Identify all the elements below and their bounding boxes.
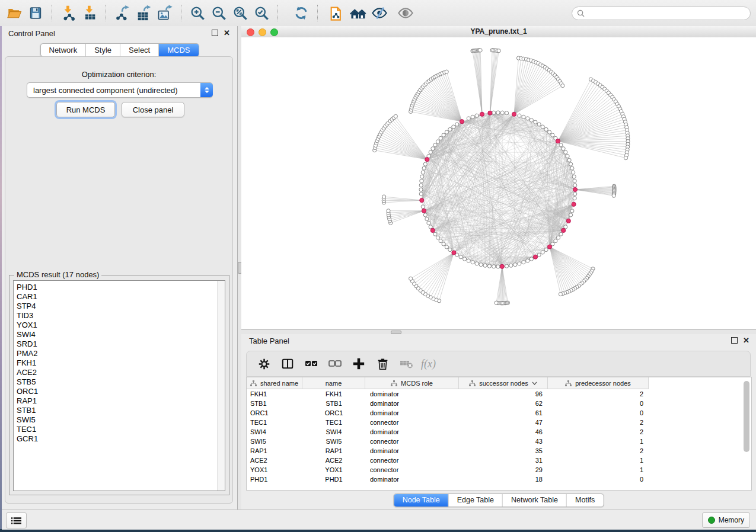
select-all-rows-icon[interactable]: [301, 355, 321, 373]
table-cell[interactable]: 96: [459, 390, 548, 398]
table-cell[interactable]: FKH1: [247, 390, 302, 398]
table-cell[interactable]: 61: [459, 409, 548, 416]
table-cell[interactable]: SWI4: [302, 428, 365, 435]
table-cell[interactable]: 2: [548, 390, 649, 398]
table-cell[interactable]: dominator: [365, 476, 459, 483]
table-row[interactable]: ORC1ORC1dominator610: [247, 408, 751, 418]
table-options-icon[interactable]: [254, 355, 274, 373]
table-cell[interactable]: connector: [365, 466, 459, 473]
refresh-icon[interactable]: [292, 4, 311, 23]
mcds-result-item[interactable]: RAP1: [14, 396, 217, 406]
delete-table-icon[interactable]: [396, 355, 416, 373]
optimization-criterion-select[interactable]: largest connected component (undirected): [27, 82, 213, 98]
export-network-icon[interactable]: [113, 4, 132, 23]
open-session-icon[interactable]: [5, 4, 24, 23]
function-builder-icon[interactable]: f(x): [421, 358, 436, 370]
network-window-titlebar[interactable]: YPA_prune.txt_1: [241, 26, 756, 38]
import-table-icon[interactable]: [80, 4, 99, 23]
memory-button[interactable]: Memory: [702, 512, 750, 528]
close-panel-button[interactable]: Close panel: [122, 102, 184, 117]
mcds-result-item[interactable]: TID3: [14, 311, 217, 321]
table-cell[interactable]: YOX1: [247, 466, 302, 473]
column-header-name[interactable]: name: [302, 377, 365, 389]
close-window-button[interactable]: ✕: [743, 338, 749, 344]
mcds-result-item[interactable]: STP4: [14, 302, 217, 311]
tab-style[interactable]: Style: [86, 44, 120, 56]
mcds-result-list[interactable]: PHD1CAR1STP4TID3YOX1SWI4SRD1PMA2FKH1ACE2…: [13, 280, 225, 491]
export-table-icon[interactable]: [134, 4, 153, 23]
column-header-successor-nodes[interactable]: successor nodes: [459, 377, 548, 389]
deselect-all-rows-icon[interactable]: [325, 355, 345, 373]
table-cell[interactable]: 0: [548, 400, 649, 407]
table-cell[interactable]: connector: [365, 438, 459, 445]
table-cell[interactable]: SWI4: [247, 428, 302, 435]
network-from-file-icon[interactable]: [327, 4, 346, 23]
table-cell[interactable]: 1: [548, 457, 649, 464]
search-box[interactable]: [572, 7, 751, 20]
toggle-bird-eye-view-icon[interactable]: [396, 4, 415, 23]
table-cell[interactable]: ACE2: [302, 457, 365, 464]
table-cell[interactable]: FKH1: [302, 390, 365, 398]
mcds-result-item[interactable]: GCR1: [14, 434, 217, 444]
import-network-icon[interactable]: [59, 4, 78, 23]
table-cell[interactable]: 0: [548, 476, 649, 483]
table-row[interactable]: SWI4SWI4dominator462: [247, 427, 751, 437]
run-mcds-button[interactable]: Run MCDS: [56, 102, 115, 117]
table-cell[interactable]: 35: [459, 447, 548, 454]
mcds-result-item[interactable]: STB5: [14, 377, 217, 387]
table-cell[interactable]: SWI5: [302, 438, 365, 445]
table-cell[interactable]: YOX1: [302, 466, 365, 473]
mcds-result-item[interactable]: STB1: [14, 406, 217, 415]
column-header-MCDS-role[interactable]: MCDS role: [365, 377, 459, 389]
tab-mcds[interactable]: MCDS: [159, 44, 198, 56]
table-cell[interactable]: 0: [548, 409, 649, 416]
table-row[interactable]: STB1STB1dominator620: [247, 399, 751, 408]
table-cell[interactable]: dominator: [365, 409, 459, 416]
table-cell[interactable]: connector: [365, 419, 459, 426]
table-cell[interactable]: dominator: [365, 400, 459, 407]
add-column-icon[interactable]: [349, 355, 369, 373]
table-cell[interactable]: 1: [548, 466, 649, 473]
mcds-result-item[interactable]: ORC1: [14, 387, 217, 396]
table-cell[interactable]: 46: [459, 428, 548, 435]
table-cell[interactable]: SWI5: [247, 438, 302, 445]
table-row[interactable]: YOX1YOX1connector291: [247, 465, 751, 475]
table-cell[interactable]: ACE2: [247, 457, 302, 464]
save-session-icon[interactable]: [26, 4, 45, 23]
table-cell[interactable]: 2: [548, 428, 649, 435]
close-window-button[interactable]: ✕: [224, 30, 230, 36]
search-input[interactable]: [588, 9, 750, 18]
table-row[interactable]: TEC1TEC1connector472: [247, 418, 751, 427]
mcds-result-item[interactable]: YOX1: [14, 321, 217, 330]
zoom-selected-icon[interactable]: [252, 4, 271, 23]
mcds-result-item[interactable]: FKH1: [14, 358, 217, 368]
table-cell[interactable]: 62: [459, 400, 548, 407]
delete-columns-icon[interactable]: [372, 355, 393, 373]
float-window-button[interactable]: [212, 30, 218, 36]
split-panel-icon[interactable]: [277, 355, 298, 373]
network-canvas[interactable]: [241, 37, 756, 329]
float-window-button[interactable]: [731, 337, 738, 344]
table-cell[interactable]: dominator: [365, 428, 459, 435]
table-cell[interactable]: PHD1: [302, 476, 365, 483]
table-cell[interactable]: ORC1: [247, 409, 302, 416]
show-panels-menu-button[interactable]: [6, 512, 27, 528]
table-cell[interactable]: 2: [548, 419, 649, 426]
table-row[interactable]: PHD1PHD1dominator180: [247, 475, 751, 484]
table-cell[interactable]: 47: [459, 419, 548, 426]
column-header-predecessor-nodes[interactable]: predecessor nodes: [548, 377, 649, 389]
column-header-shared-name[interactable]: shared name: [247, 377, 302, 389]
mcds-result-item[interactable]: PHD1: [14, 283, 217, 292]
tab-select[interactable]: Select: [120, 44, 159, 56]
mcds-result-item[interactable]: SRD1: [14, 339, 217, 349]
toggle-graphics-details-icon[interactable]: [370, 4, 389, 23]
table-cell[interactable]: dominator: [365, 390, 459, 398]
tab-motifs[interactable]: Motifs: [567, 494, 603, 507]
table-row[interactable]: SWI5SWI5connector431: [247, 437, 751, 446]
table-row[interactable]: ACE2ACE2connector311: [247, 456, 751, 465]
table-cell[interactable]: connector: [365, 457, 459, 464]
tab-network-table[interactable]: Network Table: [503, 494, 567, 507]
table-cell[interactable]: STB1: [247, 400, 302, 407]
tab-node-table[interactable]: Node Table: [394, 494, 449, 507]
table-cell[interactable]: 18: [459, 476, 548, 483]
